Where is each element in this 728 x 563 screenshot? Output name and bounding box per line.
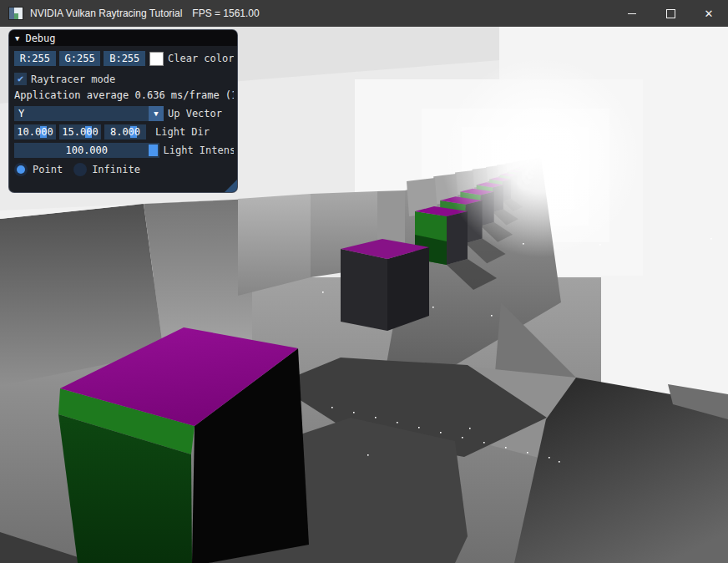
- window-controls: ✕: [613, 0, 728, 27]
- light-type-row: Point Infinite: [14, 163, 234, 176]
- light-glow: [441, 57, 641, 257]
- specular-dot: [375, 417, 377, 418]
- mid-cube-front: [341, 249, 387, 331]
- window-title: NVIDIA Vulkan Raytracing Tutorial: [30, 8, 182, 19]
- minimize-button[interactable]: [613, 0, 651, 27]
- application-window: NVIDIA Vulkan Raytracing Tutorial FPS = …: [0, 0, 728, 563]
- specular-dot: [440, 432, 442, 434]
- up-vector-value[interactable]: Y: [14, 106, 149, 121]
- specular-dot: [462, 437, 463, 439]
- clear-color-row: R:255 G:255 B:255 Clear color: [14, 51, 234, 66]
- light-dir-z-field[interactable]: 8.000: [104, 124, 146, 139]
- green-button[interactable]: G:255: [59, 51, 101, 66]
- specular-dot: [367, 454, 369, 456]
- raytracer-label: Raytracer mode: [31, 74, 115, 85]
- light-intensity-row: 100.000 Light Intens: [14, 143, 234, 158]
- light-dir-label: Light Dir: [155, 126, 210, 138]
- raytracer-checkbox[interactable]: ✔: [14, 73, 27, 85]
- minimize-icon: [628, 13, 636, 14]
- clear-color-label: Clear color: [168, 53, 234, 64]
- infinite-label: Infinite: [92, 164, 140, 175]
- specular-dot: [527, 452, 528, 454]
- specular-dot: [710, 238, 712, 240]
- up-vector-combo[interactable]: Y ▼: [14, 106, 164, 121]
- specular-dot: [491, 315, 493, 317]
- specular-dot: [353, 412, 355, 413]
- close-button[interactable]: ✕: [690, 0, 728, 27]
- maximize-icon: [666, 9, 675, 18]
- light-dir-y-field[interactable]: 15.000: [59, 124, 101, 139]
- fps-counter: FPS = 1561.00: [192, 8, 259, 19]
- point-label: Point: [33, 164, 63, 175]
- collapse-arrow-icon[interactable]: ▼: [15, 34, 19, 43]
- clear-color-swatch[interactable]: [149, 52, 164, 66]
- blue-button[interactable]: B:255: [104, 51, 145, 66]
- raytracer-row: ✔ Raytracer mode: [14, 73, 234, 85]
- debug-panel[interactable]: ▼ Debug R:255 G:255 B:255 Clear color ✔ …: [8, 29, 238, 193]
- light-dir-row: 10.000 15.000 8.000 Light Dir: [14, 124, 234, 139]
- window-titlebar[interactable]: NVIDIA Vulkan Raytracing Tutorial FPS = …: [0, 0, 728, 27]
- chevron-down-icon[interactable]: ▼: [149, 106, 164, 121]
- specular-dot: [549, 457, 550, 459]
- maximize-button[interactable]: [651, 0, 690, 27]
- performance-text: Application average 0.636 ms/frame (15: [14, 89, 234, 101]
- mid-cube: [341, 239, 429, 331]
- panel-title: Debug: [25, 33, 55, 44]
- slider-grab[interactable]: [149, 145, 158, 156]
- infinite-radio[interactable]: [73, 163, 87, 176]
- specular-dot: [469, 428, 471, 429]
- specular-dot: [397, 422, 398, 424]
- specular-dot: [505, 447, 507, 449]
- light-dir-x-field[interactable]: 10.000: [14, 124, 56, 139]
- light-intensity-label: Light Intens: [164, 145, 235, 156]
- point-radio[interactable]: [14, 163, 28, 176]
- up-vector-row: Y ▼ Up Vector: [14, 106, 234, 121]
- specular-dot: [331, 407, 333, 408]
- close-icon: ✕: [705, 8, 714, 20]
- specular-dot: [322, 292, 324, 293]
- specular-dot: [432, 307, 434, 308]
- resize-grip[interactable]: [225, 180, 237, 192]
- light-intensity-value: 100.000: [65, 145, 108, 156]
- debug-panel-header[interactable]: ▼ Debug: [9, 30, 237, 46]
- specular-dot: [599, 244, 601, 246]
- specular-dot: [418, 427, 420, 429]
- specular-dot: [483, 442, 485, 444]
- light-intensity-slider[interactable]: 100.000: [14, 143, 159, 158]
- up-vector-label: Up Vector: [168, 108, 222, 119]
- check-icon: ✔: [18, 73, 23, 85]
- red-button[interactable]: R:255: [14, 51, 56, 66]
- specular-dot: [559, 461, 560, 463]
- app-icon: [9, 8, 23, 19]
